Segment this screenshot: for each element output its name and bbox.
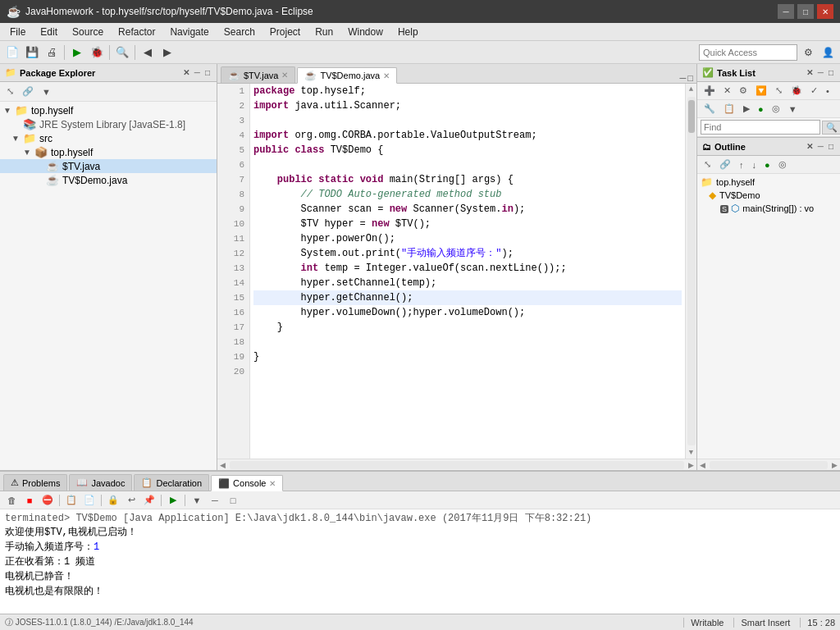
task-find-input[interactable] — [701, 120, 820, 135]
console-scroll-lock-button[interactable]: 🔒 — [105, 493, 121, 508]
tree-item-root[interactable]: ▼📁top.hyself — [0, 103, 217, 117]
bottom-tab-problems[interactable]: ⚠ Problems — [3, 474, 67, 491]
console-run-button[interactable]: ▶ — [165, 493, 181, 508]
outline-tool-d[interactable]: ↓ — [749, 158, 760, 171]
outline-hscroll-track[interactable] — [710, 461, 828, 469]
menu-item-window[interactable]: Window — [341, 25, 390, 39]
editor-horizontal-scrollbar[interactable]: ◀ ▶ — [217, 459, 696, 470]
task-settings-button[interactable]: ⚙ — [736, 84, 751, 98]
code-editor[interactable]: 1234567891011121314151617181920 package … — [217, 84, 696, 459]
link-with-editor-button[interactable]: 🔗 — [19, 84, 37, 98]
new-task-button[interactable]: ➕ — [701, 84, 719, 98]
menu-item-source[interactable]: Source — [66, 25, 110, 39]
code-content[interactable]: package top.hyself;import java.util.Scan… — [250, 84, 685, 459]
task-tool-c[interactable]: ▶ — [740, 102, 753, 116]
maximize-panel-button[interactable]: □ — [203, 68, 212, 77]
task-tool-e[interactable]: ◎ — [769, 102, 783, 116]
outline-tool-c[interactable]: ↑ — [736, 158, 747, 171]
console-pin-button[interactable]: 📌 — [141, 493, 158, 508]
tree-item-pkg[interactable]: ▼📦top.hyself — [0, 145, 217, 159]
close-button[interactable]: ✕ — [817, 4, 833, 19]
delete-task-button[interactable]: ✕ — [720, 84, 734, 98]
task-tool-a[interactable]: 🔧 — [701, 102, 719, 116]
editor-max-button[interactable]: □ — [687, 73, 693, 83]
task-dot-button[interactable]: • — [823, 84, 833, 98]
maximize-button[interactable]: □ — [797, 4, 814, 19]
task-tool-b[interactable]: 📋 — [720, 102, 738, 116]
tree-item-src[interactable]: ▼📁src — [0, 131, 217, 145]
outline-tool-e[interactable]: ● — [761, 158, 774, 171]
run-button[interactable]: ▶ — [68, 43, 86, 62]
menu-item-help[interactable]: Help — [391, 25, 425, 39]
tree-item-tv[interactable]: ☕$TV.java — [0, 159, 217, 173]
minimize-panel-button[interactable]: ─ — [193, 68, 202, 77]
console-terminate-button[interactable]: ⛔ — [39, 493, 56, 508]
collapse-all-button[interactable]: ⤡ — [3, 84, 17, 98]
bottom-tab-close-console[interactable]: ✕ — [269, 479, 276, 488]
outline-minimize-button[interactable]: ─ — [816, 142, 825, 151]
bottom-tab-javadoc[interactable]: 📖 Javadoc — [69, 474, 132, 491]
perspective-button[interactable]: ⚙ — [799, 43, 817, 62]
scroll-right-arrow[interactable]: ▶ — [686, 461, 696, 469]
outline-tool-b[interactable]: 🔗 — [716, 158, 734, 171]
outline-item-1[interactable]: ◆TV$Demo — [697, 189, 840, 202]
save-button[interactable]: 💾 — [23, 43, 41, 62]
editor-vertical-scrollbar[interactable]: ▲ ▼ — [685, 84, 696, 459]
outline-item-2[interactable]: S ⬡main(String[]) : vo — [697, 202, 840, 215]
menu-item-edit[interactable]: Edit — [34, 25, 64, 39]
task-bug-button[interactable]: 🐞 — [788, 84, 806, 98]
menu-item-file[interactable]: File — [3, 25, 32, 39]
tree-item-tvdemo[interactable]: ☕TV$Demo.java — [0, 173, 217, 187]
hscroll-track[interactable] — [230, 461, 684, 469]
outline-maximize-button[interactable]: □ — [827, 142, 835, 151]
outline-tool-f[interactable]: ◎ — [775, 158, 790, 171]
minimize-button[interactable]: ─ — [778, 4, 794, 19]
task-check-button[interactable]: ✓ — [807, 84, 821, 98]
task-collapse-button[interactable]: ⤡ — [772, 84, 786, 98]
menu-item-search[interactable]: Search — [217, 25, 262, 39]
explorer-menu-button[interactable]: ▼ — [39, 85, 54, 98]
menu-item-refactor[interactable]: Refactor — [112, 25, 162, 39]
tasklist-minimize-button[interactable]: ─ — [816, 68, 825, 77]
console-tool-e[interactable]: 📄 — [81, 493, 98, 508]
editor-tab-tvdemo[interactable]: ☕TV$Demo.java✕ — [297, 67, 397, 84]
console-stop-button[interactable]: ■ — [21, 493, 38, 508]
search-button[interactable]: 🔍 — [113, 43, 131, 62]
tab-close-tv[interactable]: ✕ — [281, 71, 288, 80]
editor-tab-tv[interactable]: ☕$TV.java✕ — [221, 66, 295, 83]
console-maximize-button[interactable]: □ — [225, 493, 241, 508]
outline-scroll-left[interactable]: ◀ — [697, 461, 708, 469]
menu-item-project[interactable]: Project — [263, 25, 307, 39]
console-wrap-button[interactable]: ↩ — [123, 493, 139, 508]
preferences-button[interactable]: 👤 — [819, 43, 837, 62]
scrollbar-track[interactable] — [687, 97, 696, 445]
console-minimize-button[interactable]: ─ — [207, 493, 223, 508]
console-menu-button[interactable]: ▼ — [189, 493, 205, 508]
print-button[interactable]: 🖨 — [43, 43, 61, 62]
forward-button[interactable]: ▶ — [158, 43, 176, 62]
menu-item-navigate[interactable]: Navigate — [163, 25, 215, 39]
outline-scroll-right[interactable]: ▶ — [829, 461, 840, 469]
tab-close-tvdemo[interactable]: ✕ — [383, 71, 390, 80]
outline-tool-a[interactable]: ⤡ — [701, 158, 714, 171]
task-filter-button[interactable]: 🔽 — [752, 84, 770, 98]
quick-access-input[interactable] — [699, 44, 797, 61]
bottom-tab-declaration[interactable]: 📋 Declaration — [134, 474, 209, 491]
task-tool-d[interactable]: ● — [755, 103, 767, 116]
tree-item-jre[interactable]: 📚JRE System Library [JavaSE-1.8] — [0, 117, 217, 131]
task-find-button[interactable]: 🔍 — [822, 121, 840, 135]
outline-item-0[interactable]: 📁top.hyself — [697, 176, 840, 189]
console-clear-button[interactable]: 🗑 — [3, 493, 20, 508]
bottom-tab-console[interactable]: ⬛ Console ✕ — [211, 475, 283, 491]
tasklist-maximize-button[interactable]: □ — [827, 68, 835, 77]
console-tool-d[interactable]: 📋 — [63, 493, 80, 508]
task-more-button[interactable]: ▼ — [785, 103, 801, 116]
menu-item-run[interactable]: Run — [308, 25, 340, 39]
scroll-up-arrow[interactable]: ▲ — [687, 84, 695, 95]
debug-button[interactable]: 🐞 — [88, 43, 106, 62]
new-button[interactable]: 📄 — [3, 43, 21, 62]
outline-horizontal-scrollbar[interactable]: ◀ ▶ — [697, 459, 840, 470]
editor-min-button[interactable]: ─ — [680, 73, 687, 83]
scrollbar-thumb[interactable] — [688, 100, 695, 133]
scroll-down-arrow[interactable]: ▼ — [687, 447, 695, 459]
